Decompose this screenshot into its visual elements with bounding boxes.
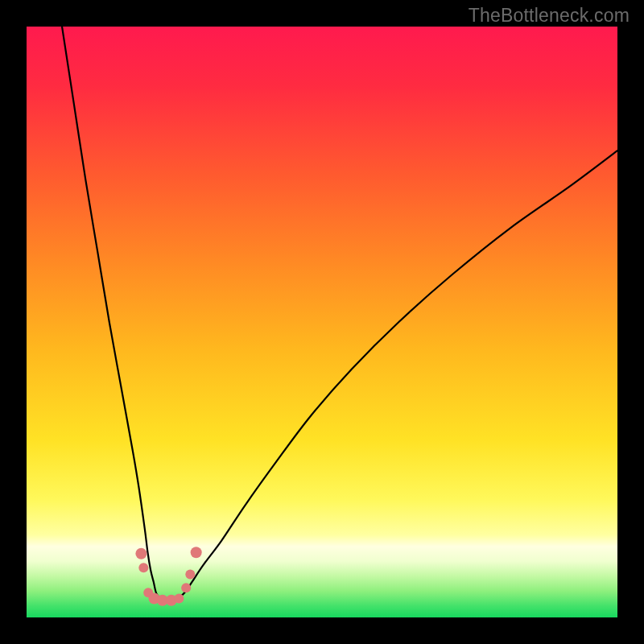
dominant-point <box>181 583 191 592</box>
dominant-point <box>138 563 148 572</box>
bottleneck-curve <box>62 27 617 601</box>
root-frame: TheBottleneck.com <box>0 0 644 644</box>
dominant-point <box>135 548 147 559</box>
dominant-points <box>135 547 201 605</box>
dominant-point <box>191 547 202 558</box>
dominant-point <box>185 569 195 579</box>
dominant-point <box>174 594 184 604</box>
plot-area <box>27 27 617 617</box>
curve-layer <box>27 27 617 617</box>
watermark-text: TheBottleneck.com <box>469 5 630 27</box>
